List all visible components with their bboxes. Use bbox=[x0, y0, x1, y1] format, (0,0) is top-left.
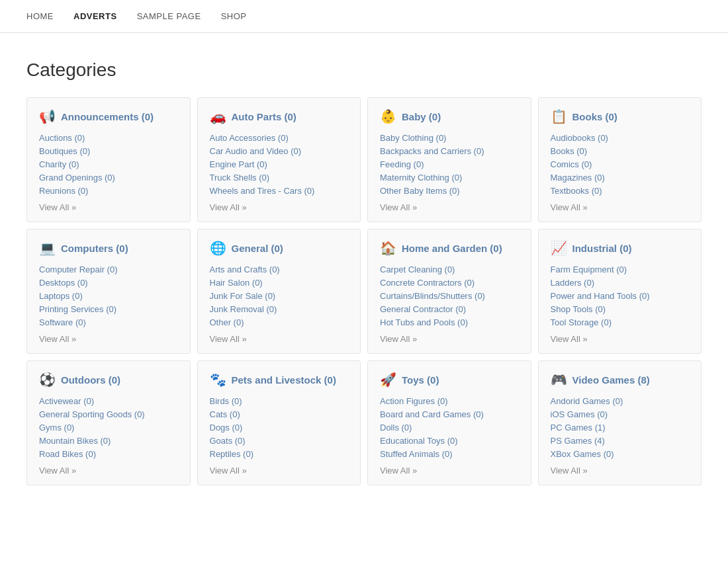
item-link-video-games-4[interactable]: XBox Games (0) bbox=[551, 449, 614, 459]
list-item: Feeding (0) bbox=[380, 159, 519, 169]
view-all-computers[interactable]: View All » bbox=[39, 334, 178, 344]
item-link-baby-0[interactable]: Baby Clothing (0) bbox=[380, 133, 446, 143]
item-link-general-2[interactable]: Junk For Sale (0) bbox=[210, 291, 276, 301]
view-all-announcements[interactable]: View All » bbox=[39, 202, 178, 212]
item-link-video-games-2[interactable]: PC Games (1) bbox=[551, 423, 606, 433]
view-all-general[interactable]: View All » bbox=[210, 334, 349, 344]
item-link-industrial-4[interactable]: Tool Storage (0) bbox=[551, 317, 612, 327]
card-title-baby[interactable]: Baby (0) bbox=[402, 111, 441, 122]
item-link-books-1[interactable]: Books (0) bbox=[551, 146, 588, 156]
card-title-auto-parts[interactable]: Auto Parts (0) bbox=[232, 111, 296, 122]
item-link-general-3[interactable]: Junk Removal (0) bbox=[210, 304, 277, 314]
item-link-industrial-0[interactable]: Farm Equipment (0) bbox=[551, 265, 627, 274]
card-title-outdoors[interactable]: Outdoors (0) bbox=[61, 374, 120, 386]
view-all-home-and-garden[interactable]: View All » bbox=[380, 334, 519, 344]
item-link-home-and-garden-2[interactable]: Curtains/Blinds/Shutters (0) bbox=[380, 291, 485, 301]
nav-item-home[interactable]: HOME bbox=[26, 11, 54, 21]
card-header-computers: 💻Computers (0) bbox=[39, 240, 178, 256]
item-link-outdoors-0[interactable]: Activewear (0) bbox=[39, 396, 94, 406]
item-link-toys-3[interactable]: Educational Toys (0) bbox=[380, 436, 458, 446]
item-link-announcements-1[interactable]: Boutiques (0) bbox=[39, 146, 90, 156]
toys-icon: 🚀 bbox=[380, 372, 396, 388]
item-link-video-games-0[interactable]: Andorid Games (0) bbox=[551, 396, 623, 406]
list-item: Wheels and Tires - Cars (0) bbox=[210, 185, 349, 196]
list-item: Dolls (0) bbox=[380, 422, 519, 433]
list-item: iOS Games (0) bbox=[551, 409, 690, 419]
item-link-announcements-0[interactable]: Auctions (0) bbox=[39, 133, 85, 143]
nav-item-sample-page[interactable]: SAMPLE PAGE bbox=[137, 11, 201, 21]
card-title-toys[interactable]: Toys (0) bbox=[402, 374, 439, 386]
item-link-video-games-1[interactable]: iOS Games (0) bbox=[551, 409, 608, 419]
view-all-toys[interactable]: View All » bbox=[380, 466, 519, 475]
card-title-general[interactable]: General (0) bbox=[232, 243, 283, 254]
item-link-announcements-2[interactable]: Charity (0) bbox=[39, 159, 79, 169]
card-title-video-games[interactable]: Video Games (8) bbox=[572, 374, 650, 386]
item-link-outdoors-3[interactable]: Mountain Bikes (0) bbox=[39, 436, 111, 446]
item-link-home-and-garden-3[interactable]: General Contractor (0) bbox=[380, 304, 466, 314]
item-link-pets-and-livestock-0[interactable]: Birds (0) bbox=[210, 396, 242, 406]
item-link-auto-parts-0[interactable]: Auto Accessories (0) bbox=[210, 133, 289, 143]
view-all-industrial[interactable]: View All » bbox=[551, 334, 690, 344]
item-link-baby-1[interactable]: Backpacks and Carriers (0) bbox=[380, 146, 484, 156]
item-link-general-1[interactable]: Hair Salon (0) bbox=[210, 278, 263, 288]
item-link-books-2[interactable]: Comics (0) bbox=[551, 159, 592, 169]
card-items-industrial: Farm Equipment (0)Ladders (0)Power and H… bbox=[551, 264, 690, 327]
item-link-announcements-3[interactable]: Grand Openings (0) bbox=[39, 173, 115, 183]
item-link-computers-1[interactable]: Desktops (0) bbox=[39, 278, 88, 288]
view-all-outdoors[interactable]: View All » bbox=[39, 466, 178, 475]
item-link-baby-2[interactable]: Feeding (0) bbox=[380, 159, 424, 169]
item-link-computers-3[interactable]: Printing Services (0) bbox=[39, 304, 116, 314]
item-link-auto-parts-2[interactable]: Engine Part (0) bbox=[210, 159, 267, 169]
item-link-home-and-garden-0[interactable]: Carpet Cleaning (0) bbox=[380, 265, 455, 274]
item-link-toys-1[interactable]: Board and Card Games (0) bbox=[380, 409, 484, 419]
item-link-general-0[interactable]: Arts and Crafts (0) bbox=[210, 265, 280, 274]
card-title-computers[interactable]: Computers (0) bbox=[61, 243, 128, 254]
item-link-books-3[interactable]: Magazines (0) bbox=[551, 173, 605, 183]
item-link-industrial-1[interactable]: Ladders (0) bbox=[551, 278, 594, 288]
item-link-computers-0[interactable]: Computer Repair (0) bbox=[39, 265, 118, 274]
item-link-books-4[interactable]: Textbooks (0) bbox=[551, 186, 602, 196]
item-link-auto-parts-3[interactable]: Truck Shells (0) bbox=[210, 173, 270, 183]
item-link-general-4[interactable]: Other (0) bbox=[210, 317, 244, 327]
view-all-pets-and-livestock[interactable]: View All » bbox=[210, 466, 349, 475]
card-title-industrial[interactable]: Industrial (0) bbox=[572, 243, 632, 254]
item-link-announcements-4[interactable]: Reunions (0) bbox=[39, 186, 88, 196]
item-link-books-0[interactable]: Audiobooks (0) bbox=[551, 133, 608, 143]
item-link-outdoors-4[interactable]: Road Bikes (0) bbox=[39, 449, 96, 459]
item-link-pets-and-livestock-3[interactable]: Goats (0) bbox=[210, 436, 246, 446]
item-link-baby-3[interactable]: Maternity Clothing (0) bbox=[380, 173, 462, 183]
item-link-toys-0[interactable]: Action Figures (0) bbox=[380, 396, 448, 406]
view-all-auto-parts[interactable]: View All » bbox=[210, 202, 349, 212]
item-link-pets-and-livestock-2[interactable]: Dogs (0) bbox=[210, 423, 243, 433]
card-title-pets-and-livestock[interactable]: Pets and Livestock (0) bbox=[232, 374, 336, 386]
card-title-home-and-garden[interactable]: Home and Garden (0) bbox=[402, 243, 502, 254]
card-title-books[interactable]: Books (0) bbox=[572, 111, 617, 122]
list-item: Reptiles (0) bbox=[210, 448, 349, 459]
item-link-home-and-garden-1[interactable]: Concrete Contractors (0) bbox=[380, 278, 475, 288]
item-link-video-games-3[interactable]: PS Games (4) bbox=[551, 436, 605, 446]
item-link-toys-2[interactable]: Dolls (0) bbox=[380, 423, 412, 433]
item-link-auto-parts-1[interactable]: Car Audio and Video (0) bbox=[210, 146, 302, 156]
item-link-outdoors-2[interactable]: Gyms (0) bbox=[39, 423, 74, 433]
item-link-industrial-3[interactable]: Shop Tools (0) bbox=[551, 304, 606, 314]
announcements-icon: 📢 bbox=[39, 108, 56, 124]
general-icon: 🌐 bbox=[210, 240, 226, 256]
item-link-outdoors-1[interactable]: General Sporting Goods (0) bbox=[39, 409, 145, 419]
nav-item-adverts[interactable]: ADVERTS bbox=[73, 11, 117, 21]
item-link-auto-parts-4[interactable]: Wheels and Tires - Cars (0) bbox=[210, 186, 315, 196]
view-all-books[interactable]: View All » bbox=[551, 202, 690, 212]
item-link-toys-4[interactable]: Stuffed Animals (0) bbox=[380, 449, 453, 459]
item-link-industrial-2[interactable]: Power and Hand Tools (0) bbox=[551, 291, 650, 301]
item-link-computers-2[interactable]: Laptops (0) bbox=[39, 291, 83, 301]
view-all-video-games[interactable]: View All » bbox=[551, 466, 690, 475]
list-item: Birds (0) bbox=[210, 395, 349, 406]
view-all-baby[interactable]: View All » bbox=[380, 202, 519, 212]
nav-item-shop[interactable]: SHOP bbox=[221, 11, 247, 21]
item-link-pets-and-livestock-1[interactable]: Cats (0) bbox=[210, 409, 240, 419]
item-link-baby-4[interactable]: Other Baby Items (0) bbox=[380, 186, 460, 196]
item-link-computers-4[interactable]: Software (0) bbox=[39, 317, 86, 327]
card-title-announcements[interactable]: Announcements (0) bbox=[61, 111, 154, 122]
video-games-icon: 🎮 bbox=[551, 372, 567, 388]
item-link-home-and-garden-4[interactable]: Hot Tubs and Pools (0) bbox=[380, 317, 468, 327]
item-link-pets-and-livestock-4[interactable]: Reptiles (0) bbox=[210, 449, 253, 459]
